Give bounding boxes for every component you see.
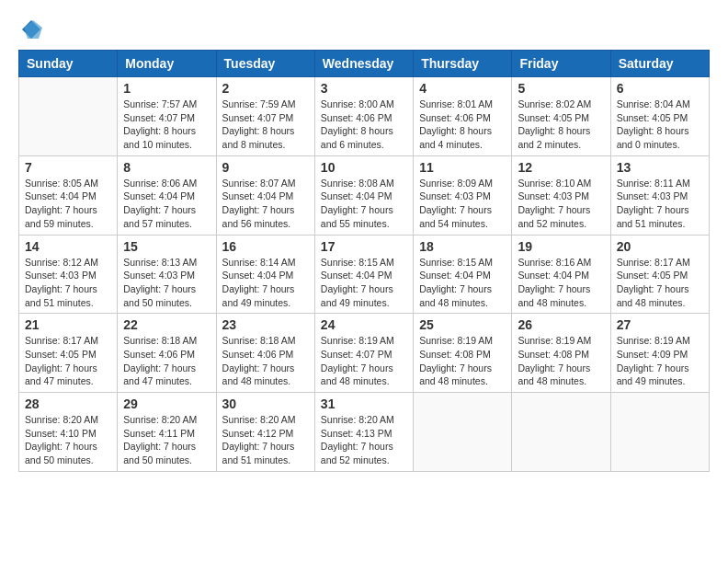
day-number: 8 [123, 160, 210, 175]
sunrise-text: Sunrise: 8:18 AM [222, 335, 296, 346]
sunrise-text: Sunrise: 8:13 AM [123, 257, 197, 268]
sunset-text: Sunset: 4:04 PM [518, 270, 589, 281]
day-info: Sunrise: 8:10 AM Sunset: 4:03 PM Dayligh… [518, 177, 604, 231]
sunset-text: Sunset: 4:06 PM [419, 112, 491, 123]
sunrise-text: Sunrise: 8:11 AM [617, 178, 690, 189]
sunset-text: Sunset: 4:03 PM [518, 190, 589, 201]
calendar-cell: 1 Sunrise: 7:57 AM Sunset: 4:07 PM Dayli… [118, 77, 216, 156]
day-info: Sunrise: 8:17 AM Sunset: 4:05 PM Dayligh… [617, 256, 703, 310]
sunset-text: Sunset: 4:13 PM [321, 428, 392, 439]
weekday-header-thursday: Thursday [414, 51, 512, 77]
daylight-text: Daylight: 7 hours and 48 minutes. [222, 362, 295, 387]
day-number: 13 [617, 160, 703, 175]
calendar-cell: 7 Sunrise: 8:05 AM Sunset: 4:04 PM Dayli… [19, 155, 118, 235]
calendar-cell: 27 Sunrise: 8:19 AM Sunset: 4:09 PM Dayl… [610, 314, 709, 393]
daylight-text: Daylight: 7 hours and 55 minutes. [321, 204, 393, 229]
day-info: Sunrise: 8:19 AM Sunset: 4:09 PM Dayligh… [617, 334, 703, 388]
daylight-text: Daylight: 7 hours and 50 minutes. [123, 441, 196, 465]
sunset-text: Sunset: 4:05 PM [617, 112, 688, 123]
day-info: Sunrise: 8:19 AM Sunset: 4:08 PM Dayligh… [518, 334, 604, 388]
daylight-text: Daylight: 7 hours and 52 minutes. [518, 204, 590, 229]
sunrise-text: Sunrise: 8:14 AM [222, 257, 296, 268]
day-number: 7 [25, 160, 111, 175]
weekday-header-wednesday: Wednesday [314, 51, 413, 77]
sunrise-text: Sunrise: 8:20 AM [123, 414, 197, 425]
sunset-text: Sunset: 4:11 PM [123, 428, 195, 439]
daylight-text: Daylight: 7 hours and 51 minutes. [222, 441, 295, 465]
calendar-cell: 21 Sunrise: 8:17 AM Sunset: 4:05 PM Dayl… [19, 314, 118, 393]
day-info: Sunrise: 8:04 AM Sunset: 4:05 PM Dayligh… [617, 98, 703, 152]
weekday-header-friday: Friday [512, 51, 610, 77]
sunrise-text: Sunrise: 8:19 AM [617, 335, 690, 346]
daylight-text: Daylight: 7 hours and 51 minutes. [617, 204, 689, 229]
sunrise-text: Sunrise: 8:02 AM [518, 98, 591, 109]
sunrise-text: Sunrise: 8:18 AM [123, 335, 197, 346]
calendar-cell: 10 Sunrise: 8:08 AM Sunset: 4:04 PM Dayl… [314, 155, 413, 235]
day-info: Sunrise: 8:08 AM Sunset: 4:04 PM Dayligh… [321, 177, 407, 231]
day-info: Sunrise: 8:13 AM Sunset: 4:03 PM Dayligh… [123, 256, 210, 310]
sunset-text: Sunset: 4:06 PM [222, 349, 294, 360]
calendar-cell: 12 Sunrise: 8:10 AM Sunset: 4:03 PM Dayl… [512, 155, 610, 235]
sunset-text: Sunset: 4:12 PM [222, 428, 294, 439]
day-info: Sunrise: 8:20 AM Sunset: 4:10 PM Dayligh… [25, 413, 111, 467]
sunset-text: Sunset: 4:10 PM [25, 428, 97, 439]
daylight-text: Daylight: 7 hours and 49 minutes. [222, 283, 295, 308]
sunrise-text: Sunrise: 8:20 AM [321, 414, 394, 425]
day-number: 14 [25, 239, 111, 254]
day-number: 1 [123, 81, 210, 96]
daylight-text: Daylight: 7 hours and 48 minutes. [518, 283, 590, 308]
calendar-cell: 23 Sunrise: 8:18 AM Sunset: 4:06 PM Dayl… [216, 314, 314, 393]
day-number: 5 [518, 81, 604, 96]
day-info: Sunrise: 8:15 AM Sunset: 4:04 PM Dayligh… [321, 256, 407, 310]
sunrise-text: Sunrise: 8:00 AM [321, 98, 394, 109]
day-info: Sunrise: 8:19 AM Sunset: 4:08 PM Dayligh… [419, 334, 506, 388]
daylight-text: Daylight: 8 hours and 2 minutes. [518, 125, 590, 150]
sunset-text: Sunset: 4:08 PM [419, 349, 491, 360]
sunset-text: Sunset: 4:04 PM [419, 270, 491, 281]
calendar-cell [512, 393, 610, 472]
day-number: 22 [123, 317, 210, 332]
daylight-text: Daylight: 8 hours and 8 minutes. [222, 125, 295, 150]
sunrise-text: Sunrise: 8:10 AM [518, 178, 591, 189]
svg-marker-1 [24, 20, 42, 39]
sunset-text: Sunset: 4:04 PM [222, 270, 294, 281]
sunrise-text: Sunrise: 8:01 AM [419, 98, 493, 109]
day-info: Sunrise: 8:20 AM Sunset: 4:12 PM Dayligh… [222, 413, 309, 467]
calendar-cell: 30 Sunrise: 8:20 AM Sunset: 4:12 PM Dayl… [216, 393, 314, 472]
day-number: 17 [321, 239, 407, 254]
sunrise-text: Sunrise: 8:04 AM [617, 98, 690, 109]
daylight-text: Daylight: 7 hours and 59 minutes. [25, 204, 97, 229]
sunset-text: Sunset: 4:09 PM [617, 349, 688, 360]
sunset-text: Sunset: 4:07 PM [123, 112, 195, 123]
daylight-text: Daylight: 7 hours and 48 minutes. [518, 362, 590, 387]
calendar-cell: 17 Sunrise: 8:15 AM Sunset: 4:04 PM Dayl… [314, 235, 413, 314]
sunrise-text: Sunrise: 8:19 AM [321, 335, 394, 346]
sunset-text: Sunset: 4:04 PM [123, 190, 195, 201]
day-number: 31 [321, 396, 407, 411]
calendar-cell: 2 Sunrise: 7:59 AM Sunset: 4:07 PM Dayli… [216, 77, 314, 156]
calendar-cell [414, 393, 512, 472]
sunset-text: Sunset: 4:03 PM [419, 190, 491, 201]
day-number: 20 [617, 239, 703, 254]
day-number: 19 [518, 239, 604, 254]
calendar-cell: 26 Sunrise: 8:19 AM Sunset: 4:08 PM Dayl… [512, 314, 610, 393]
day-number: 6 [617, 81, 703, 96]
day-number: 21 [25, 317, 111, 332]
day-info: Sunrise: 8:07 AM Sunset: 4:04 PM Dayligh… [222, 177, 309, 231]
day-number: 10 [321, 160, 407, 175]
daylight-text: Daylight: 7 hours and 50 minutes. [123, 283, 196, 308]
sunrise-text: Sunrise: 8:20 AM [222, 414, 296, 425]
daylight-text: Daylight: 7 hours and 52 minutes. [321, 441, 393, 465]
daylight-text: Daylight: 7 hours and 49 minutes. [321, 283, 393, 308]
daylight-text: Daylight: 7 hours and 57 minutes. [123, 204, 196, 229]
sunrise-text: Sunrise: 8:17 AM [617, 257, 690, 268]
day-number: 9 [222, 160, 309, 175]
sunset-text: Sunset: 4:04 PM [321, 190, 392, 201]
sunset-text: Sunset: 4:06 PM [123, 349, 195, 360]
calendar-cell: 5 Sunrise: 8:02 AM Sunset: 4:05 PM Dayli… [512, 77, 610, 156]
weekday-header-row: SundayMondayTuesdayWednesdayThursdayFrid… [19, 51, 710, 77]
day-info: Sunrise: 8:20 AM Sunset: 4:11 PM Dayligh… [123, 413, 210, 467]
day-info: Sunrise: 8:19 AM Sunset: 4:07 PM Dayligh… [321, 334, 407, 388]
sunset-text: Sunset: 4:05 PM [617, 270, 688, 281]
day-info: Sunrise: 8:18 AM Sunset: 4:06 PM Dayligh… [123, 334, 210, 388]
